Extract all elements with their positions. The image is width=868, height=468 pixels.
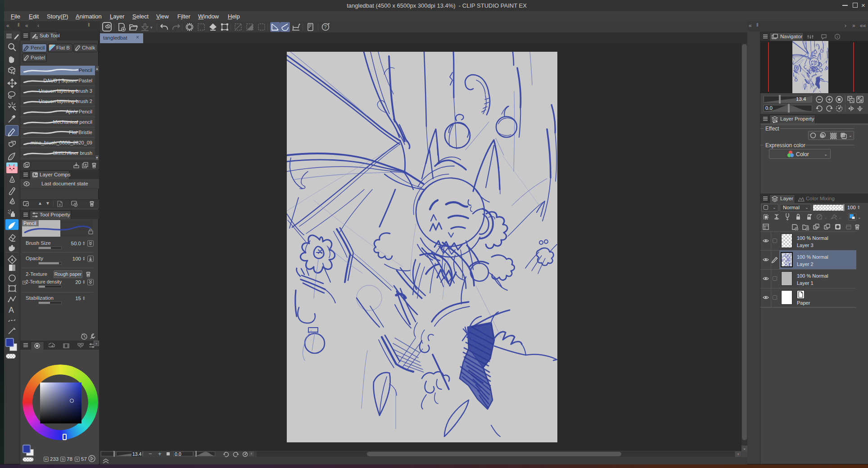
- svg-text:?: ?: [324, 24, 327, 30]
- svg-text:A: A: [9, 306, 14, 315]
